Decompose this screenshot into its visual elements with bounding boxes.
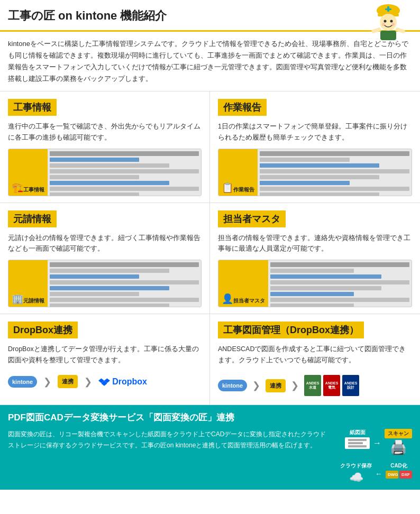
pdf-heading: PDF図面CADデータ変換サービス「図面変換の匠」連携 [8,411,412,424]
cloud-icon: ☁️ [340,471,372,484]
svg-point-5 [382,23,385,26]
feature-dropbox-heading: DropBox連携 [8,322,78,338]
cad-box-red: ANDES 電気 [323,375,340,396]
dwg-icon1: DWG [386,471,398,479]
kintone-badge: kintone [8,376,37,388]
motouri-mock-content [48,260,201,307]
feature-motouri-desc: 元請け会社の情報を管理できます。紐づく工事情報や作業報告なども一画面で確認可能で… [8,233,202,254]
feature-tanto: 担当者マスタ 担当者の情報を管理できます。連絡先や資格情報を管理でき工事毎に最適… [210,203,420,314]
page-title: 工事の匠 on kintone 機能紹介 [8,8,167,24]
cad-box-green: ANDES 水道 [304,375,321,396]
dropbox-integration: kintone ❯ 連携 ❯ Dropbox [8,371,202,390]
koji-mock-content [48,149,201,196]
feature-cad-desc: ANDESCADで図面を作成すると工事に紐づいて図面管理できます。クラウド上でい… [218,344,412,365]
feature-motouri: 元請情報 元請け会社の情報を管理できます。紐づく工事情報や作業報告なども一画面で… [0,203,210,314]
sakugyou-screenshot: 📋 作業報告 [218,149,412,196]
tanto-mock-content [268,260,412,307]
feature-dropbox: DropBox連携 DropBoxと連携してデータ管理が行えます。工事に係る大量… [0,314,210,405]
feature-tanto-heading: 担当者マスタ [218,210,286,227]
dwg-icon2: DXF [399,471,412,479]
pdf-diagram: 紙図面 → スキャン 🖨️ クラウド保存 ☁ [340,429,412,484]
pdf-text: 図面変換の匠は、リコー製複合機でスキャンした紙図面をクラウド上でCADデータに変… [8,429,332,451]
dwg-icons: DWG DXF [386,471,412,479]
sakugyou-label: 📋 作業報告 [218,149,258,196]
features-grid: 工事情報 進行中の工事を一覧で確認でき、外出先からでもリアルタイムに各工事の進捗… [0,91,420,405]
tanto-label: 👤 担当者マスタ [218,260,268,307]
cad-integration: kintone ❯ 連携 ❯ ANDES 水道 ANDES 電気 ANDES 設… [218,371,412,398]
feature-sakugyou: 作業報告 1日の作業はスマートフォンで簡単登録。工事案件に振り分けられるため履歴… [210,91,420,203]
tanto-screenshot: 👤 担当者マスタ [218,260,412,307]
scan-label: スキャン [385,429,412,438]
feature-motouri-heading: 元請情報 [8,210,57,227]
svg-point-6 [391,23,395,26]
svg-rect-9 [380,31,396,40]
pdf-section: PDF図面CADデータ変換サービス「図面変換の匠」連携 図面変換の匠は、リコー製… [0,405,420,490]
dropbox-logo: Dropbox [98,376,147,388]
intro-text: kintoneをベースに構築した工事情報管理システムです。クラウド上で情報を管理… [8,38,412,85]
page-header: 工事の匠 on kintone 機能紹介 [0,0,420,32]
intro-section: kintoneをベースに構築した工事情報管理システムです。クラウド上で情報を管理… [0,32,420,91]
cad-conversion-label: CAD化 [386,462,412,470]
motouri-screenshot: 🏢 元請情報 [8,260,202,307]
arrow-back-icon: ← [375,470,382,478]
mascot-image [367,1,409,41]
motouri-label: 🏢 元請情報 [8,260,48,307]
renkei-badge-cad: 連携 [266,379,286,392]
scanner-icon: 🖨️ [385,439,412,456]
feature-tanto-desc: 担当者の情報を管理できます。連絡先や資格情報を管理でき工事毎に最適な人員選定が可… [218,233,412,254]
svg-point-2 [380,14,397,31]
renkei-badge: 連携 [58,375,78,388]
pdf-body: 図面変換の匠は、リコー製複合機でスキャンした紙図面をクラウド上でCADデータに変… [8,429,412,484]
svg-rect-10 [371,27,381,34]
koji-screenshot: 🏗️ 工事情報 [8,149,202,196]
arrow-right-icon2: ❯ [84,376,92,388]
koji-label: 🏗️ 工事情報 [8,149,48,196]
arrow-right-cad: ❯ [252,380,260,391]
pdf-diagram-label2: クラウド保存 [340,462,372,470]
kintone-badge-cad: kintone [218,380,247,391]
feature-dropbox-desc: DropBoxと連携してデータ管理が行えます。工事に係る大量の図面や資料を整理し… [8,344,202,365]
feature-sakugyou-desc: 1日の作業はスマートフォンで簡単登録。工事案件に振り分けられるため履歴も簡単チェ… [218,121,412,143]
feature-sakugyou-heading: 作業報告 [218,99,267,116]
arrow-right-cad2: ❯ [291,380,299,391]
cad-product-boxes: ANDES 水道 ANDES 電気 ANDES 設計 [304,375,359,396]
svg-rect-8 [385,8,391,10]
cad-box-blue: ANDES 設計 [342,375,359,396]
svg-point-4 [390,20,393,23]
svg-point-3 [384,20,387,23]
feature-cad: 工事図面管理（DropBox連携） ANDESCADで図面を作成すると工事に紐づ… [210,314,420,405]
arrow-right-icon: ❯ [43,376,51,388]
pdf-diagram-label1: 紙図面 [345,429,370,436]
feature-cad-heading: 工事図面管理（DropBox連携） [218,322,364,338]
sakugyou-mock-content [258,149,412,196]
feature-koji-info: 工事情報 進行中の工事を一覧で確認でき、外出先からでもリアルタイムに各工事の進捗… [0,91,210,203]
feature-koji-desc: 進行中の工事を一覧で確認でき、外出先からでもリアルタイムに各工事の進捗も確認可能… [8,121,202,143]
feature-koji-heading: 工事情報 [8,99,57,116]
svg-rect-11 [395,27,405,34]
paper-icon [345,437,370,449]
